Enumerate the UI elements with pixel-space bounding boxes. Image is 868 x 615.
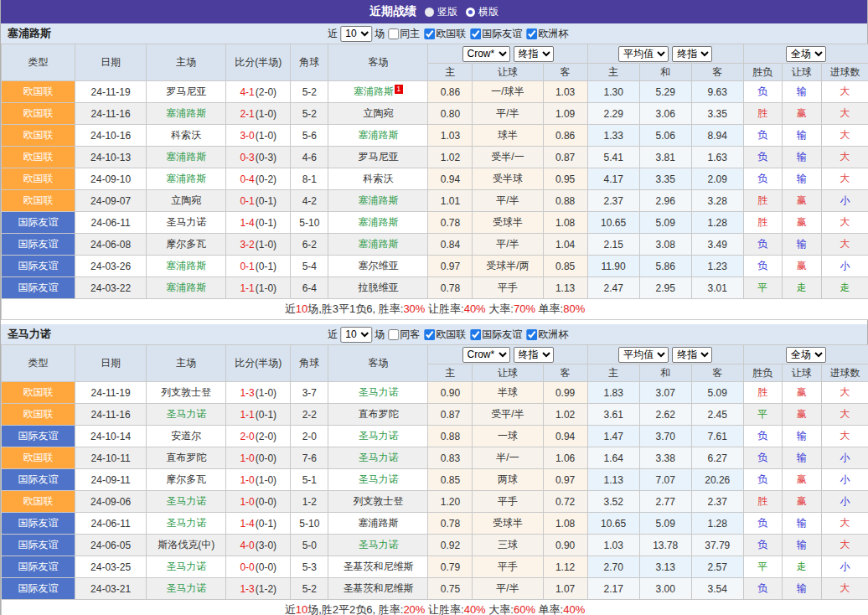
score-halftime: (3-0) [256,540,276,551]
result-handicap: 输 [782,426,821,447]
score-cell: 4-1(2-0) [226,81,291,103]
near-label: 近 [328,328,338,342]
odds-time-select[interactable]: 终指 [514,46,554,62]
odds-home: 0.94 [428,168,473,190]
score-halftime: (0-0) [256,496,276,508]
avg-home-odds: 2.70 [587,556,639,578]
odds-source-select[interactable]: Crow* [462,46,510,62]
odds-home: 0.78 [428,277,473,299]
euro-checkbox[interactable] [526,329,537,340]
filter-bar: 近 10 场 同主 欧国联 国际友谊 欧洲杯 [328,26,569,42]
same-venue-checkbox[interactable] [388,329,399,340]
result-outcome: 胜 [743,212,782,234]
result-handicap: 走 [782,277,821,299]
recent-results-table: 类型 日期 主场 比分(半场) 角球 客场 Crow*终指 平均值终指 全场 [1,44,868,320]
avg-draw-odds: 5.09 [639,513,691,535]
layout-option-horizontal[interactable]: 横版 [466,5,499,19]
odds-handicap: 受球半 [473,513,543,535]
same-venue-filter[interactable]: 同主 [385,27,420,41]
col-odds-home: 主 [428,64,473,81]
score-fulltime: 1-0 [240,474,254,486]
table-row: 国际友谊 24-03-22 塞浦路斯 1-1(1-0) 6-4 拉脱维亚 0.7… [2,277,868,299]
match-count-select[interactable]: 10 [340,327,372,343]
scope-select[interactable]: 全场 [786,46,826,62]
average-select[interactable]: 平均值 [618,46,669,62]
friendly-checkbox[interactable] [470,329,481,340]
score-fulltime: 4-0 [240,540,254,551]
odds-handicap: 平/半 [473,103,543,125]
home-team: 科索沃 [147,125,226,147]
away-team: 圣基茨和尼维斯 [328,578,428,600]
odds-group-header: Crow*终指 [428,345,587,364]
away-team-name: 塞浦路斯 [358,129,398,141]
league-filter-nations[interactable]: 欧国联 [421,27,466,41]
score-cell: 1-1(0-1) [226,404,291,426]
layout-option-vertical[interactable]: 竖版 [425,5,457,19]
avg-away-odds: 3.01 [691,277,743,299]
home-team: 塞浦路斯 [147,277,226,299]
league-filter-nations[interactable]: 欧国联 [421,328,466,342]
table-row: 欧国联 24-10-11 直布罗陀 1-0(0-0) 7-6 圣马力诺 0.83… [2,447,868,469]
average-time-select[interactable]: 终指 [672,347,712,363]
odds-source-select[interactable]: Crow* [462,347,510,363]
friendly-checkbox[interactable] [470,28,481,39]
match-date: 24-11-16 [75,103,147,125]
avg-home-odds: 2.17 [587,578,639,600]
result-outcome: 负 [743,426,782,447]
result-handicap: 赢 [782,103,821,125]
score-cell: 1-1(1-0) [226,277,291,299]
same-venue-checkbox[interactable] [388,28,399,39]
corner-count: 4-6 [291,147,328,168]
average-time-select[interactable]: 终指 [672,46,712,62]
result-goals: 大 [821,426,868,447]
league-filter-friendly[interactable]: 国际友谊 [467,328,522,342]
league-filter-friendly[interactable]: 国际友谊 [467,27,522,41]
score-fulltime: 1-0 [240,496,254,508]
corner-count: 5-2 [291,81,328,103]
match-count-select[interactable]: 10 [340,26,372,42]
home-team: 列支敦士登 [147,382,226,404]
avg-draw-odds: 5.86 [639,256,691,277]
result-goals: 小 [821,556,868,578]
odds-time-select[interactable]: 终指 [514,347,554,363]
radio-selected-icon[interactable] [425,8,434,17]
away-team: 塞浦路斯 [328,212,428,234]
away-team: 直布罗陀 [328,404,428,426]
league-filter-euro[interactable]: 欧洲杯 [523,328,568,342]
away-team: 圣基茨和尼维斯 [328,556,428,578]
nations-league-checkbox[interactable] [424,28,435,39]
odds-handicap: 平/半 [473,190,543,212]
match-date: 24-06-11 [75,212,147,234]
euro-checkbox[interactable] [526,28,537,39]
avg-home-odds: 5.41 [587,147,639,168]
home-team: 摩尔多瓦 [147,234,226,256]
league-badge: 欧国联 [2,447,75,469]
result-goals: 小 [821,491,868,513]
odds-away: 1.08 [543,513,587,535]
league-filter-euro[interactable]: 欧洲杯 [523,27,568,41]
home-team-name: 罗马尼亚 [166,85,206,97]
col-corner: 角球 [291,44,328,81]
odds-home: 0.90 [428,382,473,404]
avg-away-odds: 3.28 [691,190,743,212]
odds-handicap: 平手 [473,277,543,299]
average-select[interactable]: 平均值 [618,347,669,363]
nations-league-checkbox[interactable] [424,329,435,340]
same-venue-filter[interactable]: 同客 [385,328,420,342]
match-date: 24-06-11 [75,513,147,535]
score-halftime: (1-0) [256,239,276,251]
score-fulltime: 3-2 [240,239,254,251]
score-cell: 3-0(1-0) [226,125,291,147]
corner-count: 6-2 [291,234,328,256]
home-team: 斯洛伐克(中) [147,535,226,556]
corner-count: 5-6 [291,125,328,147]
result-goals: 小 [821,190,868,212]
avg-home-odds: 1.83 [587,382,639,404]
scope-select[interactable]: 全场 [786,347,826,363]
table-row: 欧国联 24-11-19 罗马尼亚 4-1(2-0) 5-2 塞浦路斯1 0.8… [2,81,868,103]
score-cell: 1-3(1-2) [226,578,291,600]
score-halftime: (1-0) [256,474,276,486]
odds-home: 0.97 [428,256,473,277]
radio-unselected-icon[interactable] [466,8,475,17]
avg-home-odds: 2.37 [587,190,639,212]
